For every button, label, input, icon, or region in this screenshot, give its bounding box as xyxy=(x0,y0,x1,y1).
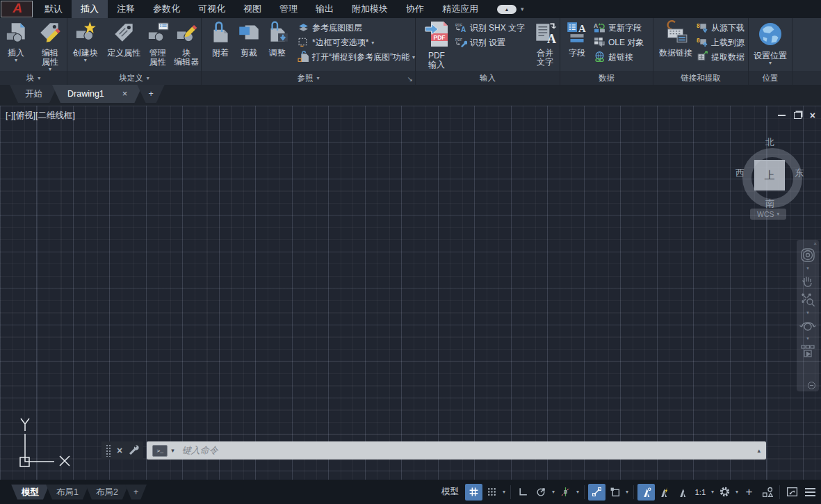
file-tab-close-icon[interactable]: × xyxy=(122,85,128,103)
menu-tab-parametric[interactable]: 参数化 xyxy=(144,0,189,18)
file-tab-start[interactable]: 开始 xyxy=(10,85,58,103)
polar-tracking-dropdown[interactable]: ▾ xyxy=(551,489,556,495)
minimize-icon[interactable] xyxy=(778,115,786,116)
annotation-scale-value[interactable]: 1:1 xyxy=(692,484,709,501)
annotation-monitor-button[interactable]: + xyxy=(740,484,758,501)
annotation-autoscale-button[interactable] xyxy=(656,484,673,501)
orbit-icon[interactable] xyxy=(799,317,816,334)
snap-mode-button[interactable] xyxy=(483,484,501,501)
command-customize-wrench-icon[interactable] xyxy=(128,444,139,457)
pan-icon[interactable] xyxy=(799,273,816,289)
define-attributes-button[interactable]: 定义属性 xyxy=(104,19,143,58)
menu-tab-view[interactable]: 视图 xyxy=(234,0,270,18)
command-input[interactable]: >_ ▾ 键入命令 ▴ xyxy=(147,441,766,460)
clip-button[interactable]: 剪裁 xyxy=(236,19,263,58)
new-layout-button[interactable]: + xyxy=(125,485,147,500)
set-location-button[interactable]: 设置位置 ▾ xyxy=(750,19,790,66)
annotation-visibility-button[interactable] xyxy=(637,484,655,501)
menu-tab-manage[interactable]: 管理 xyxy=(270,0,307,18)
reference-dialog-launcher[interactable]: ↘ xyxy=(407,75,413,83)
panel-title-block-definition[interactable]: 块定义 ▾ xyxy=(67,72,201,85)
view-cube-north[interactable]: 北 xyxy=(765,136,774,149)
layout-tab-layout1[interactable]: 布局1 xyxy=(46,485,89,500)
command-history-toggle[interactable]: ▴ xyxy=(757,447,761,454)
download-from-source-button[interactable]: 8 从源下载 xyxy=(697,22,745,35)
restore-icon[interactable] xyxy=(794,112,802,119)
viewport-controls[interactable]: [-][俯视][二维线框] xyxy=(6,110,75,122)
panel-title-location[interactable]: 位置 xyxy=(749,72,792,85)
upload-to-source-button[interactable]: 8 上载到源 xyxy=(697,36,745,49)
navbar-collapse-icon[interactable] xyxy=(808,382,815,389)
menu-tab-insert[interactable]: 插入 xyxy=(72,0,108,18)
ole-object-button[interactable]: OLE 对象 xyxy=(594,36,644,49)
selection-cycling-button[interactable] xyxy=(606,484,624,501)
snap-to-underlay-button[interactable]: 打开“捕捉到参考底图”功能 ▾ xyxy=(298,51,415,64)
selection-cycling-dropdown[interactable]: ▾ xyxy=(624,489,630,495)
object-snap-tracking-dropdown[interactable]: ▾ xyxy=(575,489,580,495)
field-button[interactable]: A 字段 xyxy=(563,19,591,58)
menu-tab-visualize[interactable]: 可视化 xyxy=(189,0,234,18)
object-snap-button[interactable] xyxy=(588,484,605,501)
panel-title-import[interactable]: 输入 xyxy=(416,72,560,85)
showmotion-icon[interactable] xyxy=(799,343,816,359)
orbit-dropdown[interactable]: ▾ xyxy=(806,336,809,341)
ortho-mode-button[interactable] xyxy=(514,484,532,501)
menu-tab-featured-apps[interactable]: 精选应用 xyxy=(433,0,487,18)
annotation-scale-dropdown[interactable]: ▾ xyxy=(710,489,715,495)
attach-button[interactable]: 附着 xyxy=(207,19,234,58)
panel-title-block[interactable]: 块 ▾ xyxy=(0,72,67,85)
file-tab-drawing1[interactable]: Drawing1 × xyxy=(52,85,143,103)
menu-tab-annotate[interactable]: 注释 xyxy=(108,0,144,18)
menu-tab-output[interactable]: 输出 xyxy=(307,0,343,18)
close-icon[interactable]: × xyxy=(810,111,815,120)
data-link-button[interactable]: 数据链接 xyxy=(656,19,695,58)
clean-screen-button[interactable] xyxy=(783,484,801,501)
frame-options-button[interactable]: *边框可变选项* ▾ xyxy=(298,36,415,49)
model-space-label[interactable]: 模型 xyxy=(441,486,459,498)
extract-data-button[interactable]: 提取数据 xyxy=(697,51,745,64)
layout-tab-model[interactable]: 模型 xyxy=(11,485,49,500)
customization-menu-button[interactable] xyxy=(802,484,819,501)
layout-tab-layout2[interactable]: 布局2 xyxy=(86,485,129,500)
recognize-settings-button[interactable]: PDF 识别 设置 xyxy=(455,36,530,49)
ribbon-display-options-dropdown[interactable]: ▾ xyxy=(521,6,524,13)
view-cube-top-face[interactable]: 上 xyxy=(754,160,785,190)
object-snap-tracking-button[interactable] xyxy=(557,484,574,501)
view-cube[interactable]: 北 西 东 南 上 WCS ▾ xyxy=(739,131,806,220)
workspace-switching-button[interactable] xyxy=(716,484,733,501)
zoom-icon[interactable] xyxy=(799,291,816,308)
view-cube-east[interactable]: 东 xyxy=(795,167,804,179)
insert-block-button[interactable]: 插入 ▾ xyxy=(1,19,31,63)
hyperlink-button[interactable]: 超链接 xyxy=(594,51,644,64)
command-prompt-icon[interactable]: >_ xyxy=(152,445,168,457)
command-drag-grip[interactable] xyxy=(106,444,111,457)
panel-title-reference[interactable]: 参照 ▾ xyxy=(202,72,415,85)
app-logo[interactable]: A xyxy=(1,1,33,17)
navigation-wheel-icon[interactable] xyxy=(799,247,816,263)
isolate-objects-button[interactable] xyxy=(758,484,776,501)
create-block-button[interactable]: 创建块 ▾ xyxy=(67,19,103,63)
ribbon-collapse-button[interactable]: ▲ xyxy=(497,5,517,14)
command-recent-dropdown[interactable]: ▾ xyxy=(171,447,174,454)
menu-tab-addins[interactable]: 附加模块 xyxy=(343,0,397,18)
snap-mode-dropdown[interactable]: ▾ xyxy=(501,489,507,495)
underlay-layers-button[interactable]: 参考底图图层 xyxy=(298,22,415,35)
drawing-canvas[interactable]: [-][俯视][二维线框] × 北 西 东 南 上 WCS ▾ × ▾ ▾ ▾ xyxy=(0,106,821,480)
pdf-import-button[interactable]: PDF PDF 输入 xyxy=(418,19,455,70)
annotation-scale-button[interactable] xyxy=(674,484,691,501)
update-fields-button[interactable]: A 更新字段 xyxy=(594,22,644,35)
panel-title-linking[interactable]: 链接和提取 xyxy=(653,72,748,85)
view-cube-west[interactable]: 西 xyxy=(735,167,745,179)
adjust-button[interactable]: 调整 xyxy=(263,19,291,58)
panel-title-data[interactable]: 数据 xyxy=(560,72,653,85)
wcs-dropdown[interactable]: WCS ▾ xyxy=(750,209,786,220)
polar-tracking-button[interactable] xyxy=(533,484,550,501)
navigation-wheel-dropdown[interactable]: ▾ xyxy=(806,266,809,270)
command-close-icon[interactable]: × xyxy=(117,445,122,456)
block-editor-button[interactable]: 块 编辑器 xyxy=(172,19,201,67)
navbar-close-icon[interactable]: × xyxy=(813,241,817,247)
zoom-dropdown[interactable]: ▾ xyxy=(806,310,809,315)
edit-attributes-button[interactable]: 编辑 属性 ▾ xyxy=(34,19,66,72)
new-drawing-tab-button[interactable]: + xyxy=(137,85,164,103)
combine-text-button[interactable]: A 合并 文字 xyxy=(530,19,560,67)
